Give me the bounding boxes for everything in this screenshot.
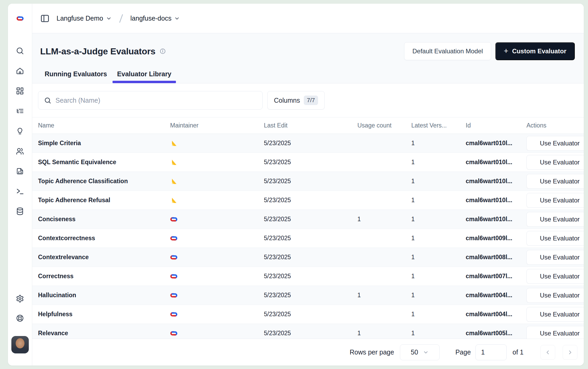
table-row[interactable]: Simple Criteria 5/23/2025 1 cmal6wart010… [32, 134, 584, 153]
sidebar-item-settings[interactable] [14, 293, 26, 305]
sidebar-item-dashboards[interactable] [14, 86, 26, 97]
sidebar-icons [14, 45, 26, 217]
table-row[interactable]: Topic Adherence Classification 5/23/2025… [32, 172, 584, 191]
tab-bar: Running Evaluators Evaluator Library [40, 70, 176, 83]
table-row[interactable]: SQL Semantic Equivalence 5/23/2025 1 cma… [32, 153, 584, 172]
columns-count-badge: 7/7 [304, 96, 318, 105]
use-evaluator-button[interactable]: Use Evaluator [526, 250, 584, 265]
usage-count: 1 [357, 292, 411, 299]
sidebar-item-prompts[interactable] [14, 126, 26, 137]
rows-per-page-select[interactable]: 50 [400, 344, 440, 360]
latest-version: 1 [411, 216, 466, 223]
langfuse-logo[interactable] [8, 4, 32, 33]
latest-version: 1 [411, 311, 466, 318]
columns-button[interactable]: Columns 7/7 [267, 91, 325, 110]
evaluator-id: cmal6wart010l... [466, 140, 526, 147]
use-evaluator-button[interactable]: Use Evaluator [526, 307, 584, 322]
organization-selector[interactable]: Langfuse Demo [54, 13, 114, 24]
actions-cell: Use Evaluator [526, 212, 584, 227]
langfuse-icon [170, 273, 178, 280]
sidebar-item-support[interactable] [14, 313, 26, 324]
sidebar-footer [11, 293, 29, 353]
sidebar-item-playground[interactable] [14, 186, 26, 197]
page-label: Page [455, 348, 471, 356]
evaluator-id: cmal6wart010l... [466, 197, 526, 204]
langfuse-icon [170, 311, 178, 318]
database-icon [16, 207, 24, 216]
search-input[interactable] [55, 97, 256, 104]
table-row[interactable]: Topic Adherence Refusal 5/23/2025 1 cmal… [32, 191, 584, 210]
search-box [38, 91, 263, 110]
column-header-id: Id [466, 122, 526, 129]
table-row[interactable]: Conciseness 5/23/2025 1 1 cmal6wart010l.… [32, 210, 584, 229]
actions-cell: Use Evaluator [526, 136, 584, 151]
next-page-button[interactable] [563, 345, 577, 360]
users-icon [16, 147, 24, 156]
previous-page-button[interactable] [540, 345, 555, 360]
column-header-last-edit: Last Edit [264, 122, 357, 129]
ragas-icon [170, 178, 178, 185]
dashboard-icon [16, 87, 24, 96]
use-evaluator-button[interactable]: Use Evaluator [526, 288, 584, 303]
table-row[interactable]: Correctness 5/23/2025 1 cmal6wart007l...… [32, 267, 584, 286]
default-evaluation-model-button[interactable]: Default Evaluation Model [404, 42, 491, 60]
table-row[interactable]: Contextrelevance 5/23/2025 1 cmal6wart00… [32, 248, 584, 267]
sidebar-item-evaluation[interactable] [14, 166, 26, 177]
info-icon[interactable] [160, 48, 166, 54]
maintainer-cell [170, 292, 264, 299]
sidebar-item-datasets[interactable] [14, 206, 26, 217]
rows-per-page-label: Rows per page [350, 348, 394, 356]
custom-evaluator-button[interactable]: + Custom Evaluator [495, 42, 575, 60]
panel-toggle-icon[interactable] [40, 14, 50, 23]
tab-running-evaluators[interactable]: Running Evaluators [40, 70, 111, 83]
table-row[interactable]: Relevance 5/23/2025 1 1 cmal6wart005l...… [32, 324, 584, 339]
use-evaluator-button[interactable]: Use Evaluator [526, 212, 584, 227]
chevron-down-icon [174, 16, 180, 21]
terminal-icon [16, 187, 24, 196]
project-selector[interactable]: langfuse-docs [128, 13, 182, 24]
maintainer-cell [170, 216, 264, 223]
evaluator-name: Relevance [38, 330, 170, 337]
last-edit-date: 5/23/2025 [264, 159, 357, 166]
last-edit-date: 5/23/2025 [264, 273, 357, 280]
use-evaluator-button[interactable]: Use Evaluator [526, 231, 584, 246]
use-evaluator-button[interactable]: Use Evaluator [526, 174, 584, 189]
evaluator-name: Conciseness [38, 216, 170, 223]
ragas-icon [170, 140, 178, 147]
use-evaluator-button[interactable]: Use Evaluator [526, 136, 584, 151]
last-edit-date: 5/23/2025 [264, 178, 357, 185]
evaluator-id: cmal6wart009l... [466, 235, 526, 242]
evaluator-id: cmal6wart010l... [466, 178, 526, 185]
use-evaluator-button[interactable]: Use Evaluator [526, 193, 584, 208]
sidebar-item-home[interactable] [14, 65, 26, 77]
evaluator-name: Topic Adherence Refusal [38, 197, 170, 204]
maintainer-cell [170, 273, 264, 280]
use-evaluator-button[interactable]: Use Evaluator [526, 326, 584, 339]
evaluator-name: SQL Semantic Equivalence [38, 159, 170, 166]
table-row[interactable]: Hallucination 5/23/2025 1 1 cmal6wart004… [32, 286, 584, 305]
sidebar-item-tracing[interactable] [14, 106, 26, 117]
main-area: Langfuse Demo langfuse-docs LLM-as-a-Jud… [32, 4, 584, 366]
use-evaluator-button[interactable]: Use Evaluator [526, 269, 584, 284]
table-row[interactable]: Helpfulness 5/23/2025 1 cmal6wart004l...… [32, 305, 584, 324]
sidebar [8, 4, 32, 366]
latest-version: 1 [411, 235, 466, 242]
sidebar-item-users[interactable] [14, 146, 26, 157]
column-header-maintainer: Maintainer [170, 122, 264, 129]
user-avatar[interactable] [11, 336, 29, 353]
latest-version: 1 [411, 159, 466, 166]
actions-cell: Use Evaluator [526, 269, 584, 284]
use-evaluator-button[interactable]: Use Evaluator [526, 155, 584, 170]
langfuse-icon [170, 330, 178, 337]
actions-cell: Use Evaluator [526, 231, 584, 246]
page-number-input[interactable] [475, 344, 507, 360]
column-header-actions: Actions [526, 122, 584, 129]
tab-evaluator-library[interactable]: Evaluator Library [113, 70, 176, 83]
table-row[interactable]: Contextcorrectness 5/23/2025 1 cmal6wart… [32, 229, 584, 248]
last-edit-date: 5/23/2025 [264, 292, 357, 299]
sidebar-item-search[interactable] [14, 45, 26, 57]
project-name: langfuse-docs [130, 15, 172, 22]
lightbulb-icon [16, 127, 24, 136]
langfuse-icon [170, 254, 178, 261]
ragas-icon [170, 197, 178, 204]
